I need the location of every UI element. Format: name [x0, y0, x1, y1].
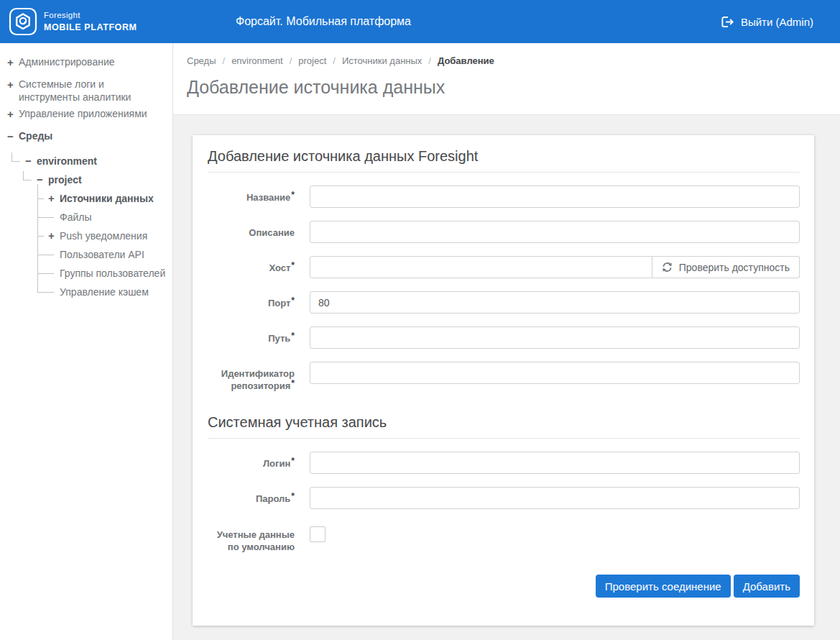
app-logo[interactable]: Foresight MOBILE PLATFORM: [9, 7, 137, 36]
breadcrumb-separator: /: [290, 55, 292, 66]
sidebar-item-label: environment: [37, 155, 167, 168]
port-input[interactable]: [310, 291, 800, 314]
sidebar-item-data-sources[interactable]: + Источники данных: [0, 189, 172, 208]
form-actions: Проверить соединение Добавить: [208, 575, 800, 598]
required-asterisk: *: [291, 296, 295, 306]
sidebar-item-label: Системные логи и инструменты аналитики: [19, 78, 167, 104]
add-button[interactable]: Добавить: [734, 575, 800, 598]
breadcrumb-item-environments[interactable]: Среды: [187, 55, 216, 66]
logout-icon: [721, 16, 734, 27]
sidebar-item-administration[interactable]: + Администрирование: [0, 55, 172, 74]
check-availability-label: Проверить доступность: [679, 262, 790, 273]
host-label-text: Хост: [269, 262, 290, 273]
add-data-source-form: Добавление источника данных Foresight На…: [193, 135, 814, 626]
main-content: Среды / environment / project / Источник…: [173, 43, 840, 640]
login-label: Логин*: [208, 452, 295, 470]
sidebar-item-label: Push уведомления: [60, 229, 167, 242]
required-asterisk: *: [291, 378, 295, 388]
login-input[interactable]: [310, 452, 800, 474]
form-row-port: Порт*: [208, 291, 800, 314]
tree-line: [37, 184, 38, 292]
sidebar-item-label: Управление кэшем: [60, 285, 167, 298]
login-label-text: Логин: [263, 458, 290, 469]
sidebar-item-app-management[interactable]: + Управление приложениями: [0, 107, 172, 126]
logout-label: Выйти (Admin): [741, 16, 813, 28]
minus-icon: −: [6, 131, 15, 142]
port-label: Порт*: [208, 291, 295, 310]
foresight-logo-icon: [9, 7, 37, 36]
breadcrumb-separator: /: [333, 55, 336, 66]
breadcrumb: Среды / environment / project / Источник…: [187, 55, 826, 66]
sidebar-item-label: Файлы: [60, 211, 167, 224]
sidebar-item-project[interactable]: − project: [0, 170, 172, 189]
sidebar: + Администрирование + Системные логи и и…: [0, 43, 173, 640]
form-row-repository-id: Идентификатор репозитория*: [208, 362, 800, 393]
host-input[interactable]: [310, 256, 652, 278]
required-asterisk: *: [291, 190, 295, 200]
form-section-title: Добавление источника данных Foresight: [208, 148, 800, 173]
project-children: + Источники данных Файлы + Push уведомле…: [0, 189, 172, 301]
default-credentials-checkbox[interactable]: [310, 526, 326, 542]
form-row-description: Описание: [208, 221, 800, 243]
password-label: Пароль*: [208, 487, 295, 506]
path-label: Путь*: [208, 326, 295, 345]
logo-line1: Foresight: [44, 12, 137, 20]
check-availability-button[interactable]: Проверить доступность: [652, 256, 800, 278]
tree-dash: [37, 236, 44, 237]
sidebar-item-files[interactable]: Файлы: [0, 208, 172, 227]
description-input[interactable]: [310, 221, 800, 243]
name-label: Название*: [208, 186, 295, 204]
app-title: Форсайт. Мобильная платформа: [236, 15, 411, 28]
breadcrumb-item-current: Добавление: [438, 55, 494, 66]
sidebar-item-environment[interactable]: − environment: [0, 152, 172, 170]
test-connection-button[interactable]: Проверить соединение: [596, 575, 731, 598]
breadcrumb-item-data-sources[interactable]: Источники данных: [342, 55, 422, 66]
tree-dash: [37, 292, 54, 293]
plus-icon: +: [6, 109, 15, 120]
logout-button[interactable]: Выйти (Admin): [721, 16, 813, 28]
sidebar-item-cache-management[interactable]: Управление кэшем: [0, 283, 172, 301]
minus-icon: −: [35, 174, 45, 186]
sidebar-item-user-groups[interactable]: Группы пользователей: [0, 264, 172, 283]
form-row-login: Логин*: [208, 452, 800, 474]
form-row-password: Пароль*: [208, 487, 800, 509]
required-asterisk: *: [291, 491, 295, 501]
path-input[interactable]: [310, 326, 800, 349]
name-label-text: Название: [246, 192, 290, 203]
plus-icon: +: [47, 230, 56, 242]
repository-id-label: Идентификатор репозитория*: [208, 362, 295, 393]
sidebar-item-label: Пользователи API: [60, 248, 167, 261]
logo-text: Foresight MOBILE PLATFORM: [44, 12, 137, 32]
breadcrumb-item-project[interactable]: project: [298, 55, 326, 66]
sidebar-item-push-notifications[interactable]: + Push уведомления: [0, 227, 172, 245]
password-label-text: Пароль: [256, 493, 290, 504]
required-asterisk: *: [291, 260, 295, 270]
form-section-title: Системная учетная запись: [208, 414, 800, 439]
sidebar-item-api-users[interactable]: Пользователи API: [0, 245, 172, 264]
form-row-path: Путь*: [208, 326, 800, 349]
plus-icon: +: [47, 193, 56, 204]
plus-icon: +: [6, 57, 15, 68]
name-input[interactable]: [310, 186, 800, 208]
sidebar-item-label: project: [48, 173, 167, 186]
breadcrumb-item-environment[interactable]: environment: [231, 55, 283, 66]
tree-elbow: [11, 152, 20, 162]
page-header: Среды / environment / project / Источник…: [173, 43, 840, 115]
sidebar-item-label: Группы пользователей: [60, 267, 167, 280]
default-credentials-label: Учетные данные по умолчанию: [208, 526, 295, 553]
password-input[interactable]: [310, 487, 800, 509]
tree-dash: [37, 255, 54, 255]
refresh-icon: [662, 262, 673, 273]
repository-id-input[interactable]: [310, 362, 800, 384]
tree-dash: [37, 198, 44, 199]
sidebar-item-environments[interactable]: − Среды: [0, 129, 172, 148]
required-asterisk: *: [291, 331, 295, 341]
sidebar-item-system-logs[interactable]: + Системные логи и инструменты аналитики: [0, 78, 172, 104]
content-area: Добавление источника данных Foresight На…: [173, 115, 840, 640]
app-header: Foresight MOBILE PLATFORM Форсайт. Мобил…: [0, 0, 840, 43]
form-row-name: Название*: [208, 186, 800, 208]
plus-icon: +: [6, 79, 15, 91]
breadcrumb-separator: /: [428, 55, 431, 66]
sidebar-item-label: Управление приложениями: [19, 107, 167, 120]
breadcrumb-separator: /: [223, 55, 226, 66]
